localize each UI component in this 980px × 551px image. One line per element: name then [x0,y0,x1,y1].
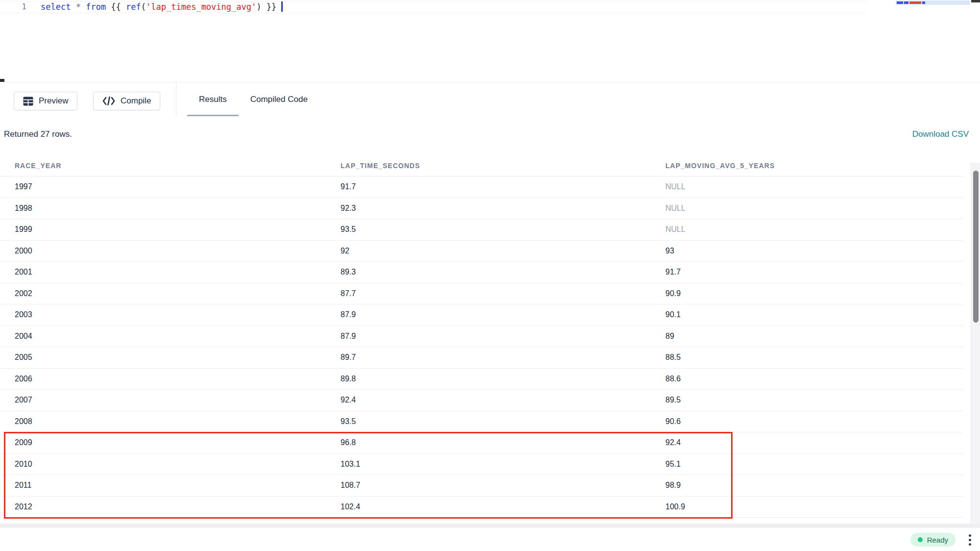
table-cell: 96.8 [326,432,651,453]
toolbar-divider [176,82,176,117]
code-token: from [86,2,106,12]
results-toolbar: Preview Compile Results Compiled Code [0,82,980,116]
kebab-menu-icon[interactable] [966,532,974,548]
table-row: 199993.5NULL [0,219,963,241]
table-cell: 87.9 [326,326,651,347]
table-cell: 89.7 [326,347,651,368]
table-row: 200996.892.4 [0,432,963,454]
table-cell: NULL [651,198,963,219]
code-line-content: select * from {{ ref('lap_times_moving_a… [41,2,281,12]
tab-results[interactable]: Results [187,82,239,117]
preview-button-label: Preview [39,96,68,106]
table-cell: 2003 [0,304,326,326]
table-cell: NULL [651,176,963,198]
table-cell: 2000 [0,241,326,262]
code-token: * [76,2,81,12]
results-table: RACE_YEARLAP_TIME_SECONDSLAP_MOVING_AVG_… [0,162,963,518]
table-grid-icon [23,97,33,106]
table-cell: 87.7 [326,283,651,304]
status-badge-label: Ready [927,536,948,544]
table-body: 199791.7NULL199892.3NULL199993.5NULL2000… [0,176,963,518]
table-row: 200589.788.5 [0,347,963,369]
table-cell: 1998 [0,198,326,219]
column-header: LAP_MOVING_AVG_5_YEARS [651,162,963,176]
vertical-scrollbar-track[interactable] [971,163,980,527]
table-row: 199892.3NULL [0,198,963,220]
table-cell: 93.5 [326,411,651,432]
code-token: {{ [106,2,126,12]
table-row: 200487.989 [0,326,963,348]
table-cell: 92.4 [326,390,651,411]
text-cursor [281,1,283,12]
table-cell: 89 [651,326,963,347]
status-dot-icon [918,537,923,542]
status-bar: Ready [0,527,980,551]
code-token: select [41,2,71,12]
code-token: ( [141,2,146,12]
code-icon [102,96,115,106]
table-cell: 90.1 [651,304,963,326]
table-cell: 2004 [0,326,326,347]
line-number: 1 [15,2,26,11]
tab-compiled-code[interactable]: Compiled Code [239,82,319,117]
column-header: RACE_YEAR [0,162,326,176]
tab-compiled-code-label: Compiled Code [250,95,308,104]
table-cell: 1997 [0,176,326,198]
minimap-code-marks [897,1,928,4]
vertical-scrollbar-thumb[interactable] [973,171,979,323]
table-cell: 91.7 [326,176,651,198]
table-cell: 98.9 [651,475,963,496]
editor-minimap[interactable] [896,0,970,5]
table-cell: 92.3 [326,198,651,219]
column-header: LAP_TIME_SECONDS [326,162,651,176]
table-cell: 2009 [0,432,326,453]
code-token: 'lap_times_moving_avg' [146,2,256,12]
table-row: 200387.990.1 [0,304,963,326]
table-cell: 2011 [0,475,326,496]
table-header-row: RACE_YEARLAP_TIME_SECONDSLAP_MOVING_AVG_… [0,162,963,176]
table-cell: 103.1 [326,454,651,475]
table-cell: 92 [326,241,651,262]
table-cell: 91.7 [651,262,963,283]
results-tabs: Results Compiled Code [187,82,319,117]
table-row: 20009293 [0,241,963,262]
table-cell: 2001 [0,262,326,283]
table-cell: 100.9 [651,497,963,518]
code-token: ) [256,2,261,12]
table-row: 2010103.195.1 [0,454,963,476]
table-cell: 93 [651,241,963,262]
table-cell: 102.4 [326,497,651,518]
code-editor[interactable]: 1 select * from {{ ref('lap_times_moving… [0,0,980,82]
table-row: 200792.489.5 [0,390,963,411]
table-row: 2012102.4100.9 [0,497,963,518]
table-cell: 95.1 [651,454,963,475]
table-row: 200893.590.6 [0,411,963,433]
tab-results-label: Results [199,95,227,104]
table-cell: NULL [651,219,963,240]
table-row: 200189.391.7 [0,262,963,283]
table-cell: 90.9 [651,283,963,304]
editor-scrollbar-thumb[interactable] [971,0,980,2]
table-cell: 89.3 [326,262,651,283]
horizontal-scrollbar-track[interactable] [0,524,980,527]
download-csv-link[interactable]: Download CSV [912,129,969,139]
code-line[interactable]: select * from {{ ref('lap_times_moving_a… [41,1,283,13]
table-cell: 108.7 [326,475,651,496]
table-cell: 2005 [0,347,326,368]
table-cell: 2002 [0,283,326,304]
table-cell: 1999 [0,219,326,240]
table-row: 200689.888.6 [0,369,963,390]
results-meta-row: Returned 27 rows. Download CSV [4,129,969,139]
code-token [81,2,86,12]
preview-button[interactable]: Preview [14,92,77,110]
table-cell: 88.6 [651,369,963,390]
table-row: 2011108.798.9 [0,475,963,497]
table-cell: 2008 [0,411,326,432]
compile-button[interactable]: Compile [93,92,160,110]
table-cell: 2007 [0,390,326,411]
table-cell: 87.9 [326,304,651,326]
table-cell: 88.5 [651,347,963,368]
table-cell: 90.6 [651,411,963,432]
code-token: ref [126,2,141,12]
compile-button-label: Compile [121,96,151,106]
